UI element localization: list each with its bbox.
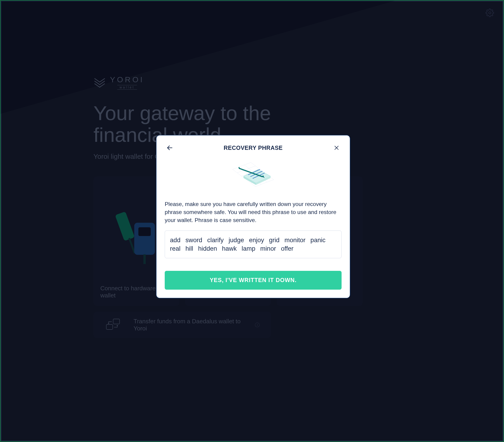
arrow-left-icon [166,144,173,151]
back-button[interactable] [166,144,174,152]
modal-header: RECOVERY PHRASE [165,144,342,152]
modal-title: RECOVERY PHRASE [224,145,283,151]
write-down-illustration [165,160,342,188]
svg-line-13 [237,166,255,173]
close-button[interactable] [332,144,341,152]
svg-line-12 [233,163,251,169]
close-icon [334,145,340,151]
confirm-written-button[interactable]: YES, I'VE WRITTEN IT DOWN. [165,271,342,290]
recovery-phrase-modal: RECOVERY PHRASE [156,135,350,298]
modal-instruction: Please, make sure you have carefully wri… [165,200,342,224]
recovery-phrase-display: add sword clarify judge enjoy grid monit… [165,231,342,258]
